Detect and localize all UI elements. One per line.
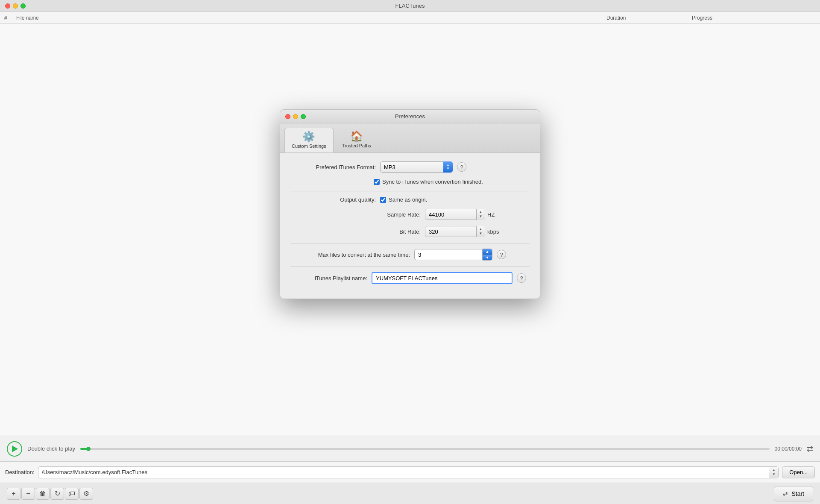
bit-rate-label: Bit Rate: (374, 229, 421, 235)
sample-rate-select[interactable]: 44100 48000 96000 (425, 209, 485, 220)
col-header-filename: File name (13, 15, 606, 21)
delete-button[interactable]: 🗑 (36, 488, 50, 500)
sample-rate-row: Sample Rate: 44100 48000 96000 ▲ ▼ HZ (290, 209, 530, 220)
separator-1 (290, 191, 530, 191)
player-text: Double click to play (27, 445, 75, 452)
progress-bar[interactable] (80, 448, 770, 450)
output-quality-label: Output quality: (290, 196, 376, 203)
max-files-help-button[interactable]: ? (497, 250, 506, 259)
prefs-content: Prefered iTunes Format: MP3 AAC ALAC AIF… (280, 153, 540, 299)
same-as-origin-text: Same as origin. (389, 196, 427, 203)
minimize-button[interactable] (13, 3, 18, 9)
convert-icon: ⚙ (83, 489, 89, 498)
table-header: # File name Duration Progress (0, 12, 820, 24)
title-bar: FLACTunes (0, 0, 820, 12)
bit-rate-select-wrapper[interactable]: 320 256 192 128 ▲ ▼ (425, 226, 485, 237)
close-button[interactable] (5, 3, 10, 9)
start-button[interactable]: ⇄ Start (774, 486, 813, 501)
itunes-format-select-wrapper[interactable]: MP3 AAC ALAC AIFF ▲ ▼ (380, 161, 453, 173)
max-files-decrement[interactable]: ▼ (483, 255, 492, 260)
same-as-origin-label[interactable]: Same as origin. (380, 196, 427, 203)
max-files-input[interactable] (414, 249, 483, 260)
itunes-format-row: Prefered iTunes Format: MP3 AAC ALAC AIF… (290, 161, 530, 173)
window-controls[interactable] (5, 3, 26, 9)
sample-rate-select-wrapper[interactable]: 44100 48000 96000 ▲ ▼ (425, 209, 485, 220)
tab-trusted-paths[interactable]: 🏠 Trusted Paths (335, 128, 378, 152)
modal-overlay: Preferences ⚙️ Custom Settings 🏠 Trusted… (0, 24, 820, 436)
prefs-minimize-button[interactable] (293, 114, 298, 119)
tag-button[interactable]: 🏷 (65, 488, 79, 500)
bit-rate-select[interactable]: 320 256 192 128 (425, 226, 485, 237)
sync-itunes-row: Sync to iTunes when convertion finished. (290, 179, 530, 185)
refresh-icon: ↻ (55, 489, 60, 498)
destination-label: Destination: (5, 469, 35, 475)
maximize-button[interactable] (20, 3, 26, 9)
itunes-format-select[interactable]: MP3 AAC ALAC AIFF (380, 161, 453, 173)
itunes-format-help-button[interactable]: ? (457, 162, 466, 172)
sync-itunes-label[interactable]: Sync to iTunes when convertion finished. (374, 179, 483, 185)
destination-path-text: /Users/macz/Music/com.edysoft.FlacTunes (42, 469, 147, 475)
max-files-stepper[interactable]: ▲ ▼ (414, 249, 492, 261)
repeat-icon[interactable]: ⇄ (807, 444, 813, 454)
prefs-titlebar: Preferences (280, 110, 540, 123)
playlist-name-row: iTunes Playlist name: ? (290, 272, 530, 284)
max-files-stepper-buttons[interactable]: ▲ ▼ (483, 249, 492, 261)
bit-rate-arrows[interactable]: ▲ ▼ (476, 226, 485, 237)
player-bar: Double click to play 00:00/00:00 ⇄ (0, 436, 820, 461)
col-header-num: # (0, 15, 13, 21)
same-as-origin-checkbox[interactable] (380, 197, 386, 203)
prefs-title: Preferences (395, 113, 425, 120)
trash-icon: 🗑 (39, 490, 46, 498)
open-button[interactable]: Open... (782, 466, 815, 478)
bit-rate-row: Bit Rate: 320 256 192 128 ▲ ▼ kb (290, 226, 530, 237)
destination-path[interactable]: /Users/macz/Music/com.edysoft.FlacTunes … (38, 466, 779, 478)
sample-rate-unit: HZ (487, 211, 495, 218)
prefs-maximize-button[interactable] (301, 114, 306, 119)
tab-custom-settings-label: Custom Settings (292, 144, 326, 149)
itunes-format-arrows[interactable]: ▲ ▼ (443, 161, 453, 173)
start-icon: ⇄ (783, 490, 788, 497)
add-button[interactable]: + (7, 488, 20, 500)
playlist-name-input[interactable] (372, 272, 512, 284)
separator-2 (290, 243, 530, 243)
gear-icon: ⚙️ (302, 131, 315, 143)
bottom-toolbar: + − 🗑 ↻ 🏷 ⚙ ⇄ Start (0, 483, 820, 504)
output-quality-row: Output quality: Same as origin. (290, 196, 530, 203)
preferences-dialog: Preferences ⚙️ Custom Settings 🏠 Trusted… (280, 109, 540, 299)
convert-button[interactable]: ⚙ (79, 488, 93, 500)
toolbar-left-buttons: + − 🗑 ↻ 🏷 ⚙ (7, 488, 93, 500)
bit-rate-unit: kbps (487, 229, 499, 235)
refresh-button[interactable]: ↻ (50, 488, 64, 500)
progress-dot (86, 447, 91, 451)
player-time: 00:00/00:00 (775, 446, 802, 452)
itunes-format-label: Prefered iTunes Format: (290, 164, 376, 170)
play-button[interactable] (7, 441, 22, 457)
tab-trusted-paths-label: Trusted Paths (342, 143, 371, 148)
destination-path-arrows[interactable]: ▲ ▼ (769, 467, 778, 478)
playlist-name-help-button[interactable]: ? (517, 273, 526, 283)
sample-rate-arrows[interactable]: ▲ ▼ (476, 209, 485, 220)
tab-custom-settings[interactable]: ⚙️ Custom Settings (284, 128, 334, 152)
prefs-close-button[interactable] (285, 114, 290, 119)
max-files-increment[interactable]: ▲ (483, 249, 492, 255)
sync-itunes-text: Sync to iTunes when convertion finished. (382, 179, 483, 185)
separator-3 (290, 267, 530, 267)
max-files-row: Max files to convert at the same time: ▲… (290, 249, 530, 261)
sync-itunes-checkbox[interactable] (374, 179, 380, 185)
tag-icon: 🏷 (68, 490, 75, 498)
remove-button[interactable]: − (21, 488, 35, 500)
prefs-toolbar: ⚙️ Custom Settings 🏠 Trusted Paths (280, 123, 540, 153)
prefs-window-controls[interactable] (285, 114, 306, 119)
playlist-name-label: iTunes Playlist name: (290, 275, 367, 281)
play-icon (12, 445, 18, 452)
col-header-duration: Duration (606, 15, 692, 21)
destination-bar: Destination: /Users/macz/Music/com.edyso… (0, 461, 820, 483)
max-files-label: Max files to convert at the same time: (290, 252, 410, 258)
app-title: FLACTunes (395, 3, 425, 9)
house-icon: 🏠 (350, 130, 363, 142)
sample-rate-label: Sample Rate: (374, 211, 421, 218)
col-header-progress: Progress (692, 15, 820, 21)
main-content-area: Preferences ⚙️ Custom Settings 🏠 Trusted… (0, 24, 820, 436)
start-label: Start (791, 490, 804, 497)
